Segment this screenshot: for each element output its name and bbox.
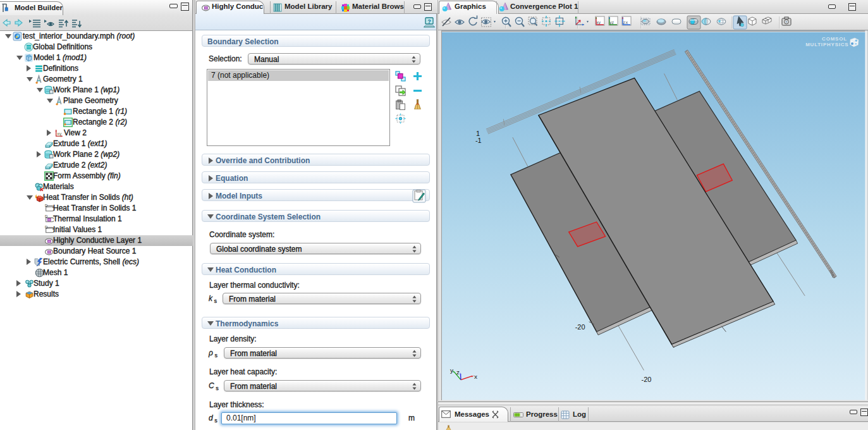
svg-text:-1: -1 [475,137,482,144]
svg-text:y: y [450,367,453,374]
svg-text:z: z [456,369,460,376]
svg-text:x: x [474,373,477,380]
svg-text:xy: xy [57,132,61,137]
svg-text:COMSOL: COMSOL [822,36,847,42]
svg-text:MULTIPHYSICS: MULTIPHYSICS [805,42,848,47]
svg-text:?: ? [428,18,431,25]
svg-text:D: D [45,204,47,207]
svg-text:D: D [45,214,47,218]
svg-text:-20: -20 [642,376,652,383]
svg-text:-20: -20 [575,323,585,331]
svg-text:D: D [45,225,47,229]
